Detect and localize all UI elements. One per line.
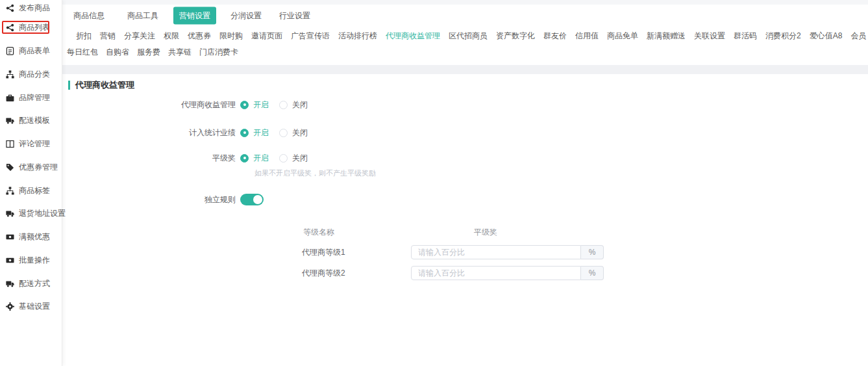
secondary-tab-8[interactable]: 广告宣传语 [291, 31, 330, 42]
radio-group: 开启关闭 [240, 153, 308, 164]
radio-option[interactable]: 关闭 [279, 153, 308, 164]
primary-tab-4[interactable]: 分润设置 [230, 10, 262, 21]
primary-tab-3[interactable]: 营销设置 [173, 7, 216, 25]
secondary-tab-17[interactable]: 关联设置 [694, 31, 725, 42]
field-label: 代理商收益管理 [106, 99, 236, 111]
secondary-tab-2[interactable]: 营销 [100, 31, 116, 42]
radio-option[interactable]: 开启 [240, 99, 269, 111]
sidebar-item-6[interactable]: 配送模板 [0, 109, 62, 133]
sidebar-item-10[interactable]: 退货地址设置 [0, 202, 62, 226]
sidebar-item-12[interactable]: 批量操作 [0, 249, 62, 272]
tertiary-tab-1[interactable]: 每日红包 [67, 47, 98, 58]
table-row: % [411, 266, 604, 280]
independent-rule-toggle[interactable] [240, 194, 264, 205]
secondary-tab-4[interactable]: 权限 [164, 31, 179, 42]
form-row-3: 平级奖开启关闭 [106, 151, 308, 165]
secondary-tab-21[interactable]: 会员 [850, 31, 866, 42]
sidebar-item-2[interactable]: 商品列表 [0, 16, 62, 40]
sidebar-item-label: 基础设置 [19, 301, 50, 312]
radio-label: 开启 [253, 153, 269, 164]
briefcase-icon [6, 94, 14, 102]
columns-icon [6, 140, 14, 148]
sidebar-item-13[interactable]: 配送方式 [0, 272, 62, 295]
toggle-knob-icon [253, 195, 262, 204]
sidebar-items: 发布商品商品列表商品表单商品分类品牌管理配送模板评论管理优惠券管理商品标签退货地… [0, 0, 62, 319]
coupon-icon [6, 233, 14, 241]
secondary-tab-14[interactable]: 信用值 [575, 31, 599, 42]
sidebar-item-label: 发布商品 [19, 3, 50, 14]
tertiary-tab-4[interactable]: 共享链 [168, 47, 192, 58]
main-area: 商品信息商品工具营销设置分润设置行业设置 折扣营销分享关注权限优惠券限时购邀请页… [62, 0, 868, 366]
gear-icon [6, 302, 14, 311]
secondary-tab-20[interactable]: 爱心值A8 [810, 31, 843, 42]
secondary-tab-11[interactable]: 区代招商员 [449, 31, 488, 42]
secondary-tab-13[interactable]: 群友价 [543, 31, 567, 42]
sidebar-item-label: 评论管理 [19, 138, 50, 150]
sidebar-item-7[interactable]: 评论管理 [0, 133, 62, 156]
field-label: 平级奖 [106, 153, 236, 164]
truck-icon [6, 280, 14, 288]
radio-dot-icon [279, 129, 288, 137]
table-row-label: 代理商等级1 [302, 247, 345, 258]
sidebar-item-4[interactable]: 商品分类 [0, 63, 62, 86]
sidebar-item-label: 满额优惠 [19, 231, 50, 242]
section-header: 代理商收益管理 [68, 79, 134, 91]
table-column-header-1: 等级名称 [303, 227, 334, 238]
secondary-tab-1[interactable]: 折扣 [76, 31, 92, 42]
table-row: % [411, 245, 604, 259]
secondary-tab-7[interactable]: 邀请页面 [251, 31, 282, 42]
sidebar: 发布商品商品列表商品表单商品分类品牌管理配送模板评论管理优惠券管理商品标签退货地… [0, 0, 62, 366]
sitemap-icon [6, 70, 14, 79]
radio-option[interactable]: 关闭 [279, 99, 308, 111]
table-column-header-2: 平级奖 [474, 227, 497, 238]
sidebar-item-label: 品牌管理 [19, 92, 50, 103]
sidebar-item-label: 商品列表 [19, 22, 50, 33]
sidebar-item-1[interactable]: 发布商品 [0, 0, 62, 16]
field-hint: 如果不开启平级奖，则不产生平级奖励 [254, 168, 376, 178]
radio-option[interactable]: 关闭 [279, 127, 308, 138]
tags-icon [6, 163, 14, 172]
radio-option[interactable]: 开启 [240, 153, 269, 164]
form-row-2: 计入统计业绩开启关闭 [106, 125, 308, 140]
tertiary-tab-5[interactable]: 门店消费卡 [199, 47, 238, 58]
radio-option[interactable]: 开启 [240, 127, 269, 138]
sidebar-item-8[interactable]: 优惠券管理 [0, 156, 62, 179]
share-icon [6, 23, 14, 32]
secondary-tab-16[interactable]: 新满额赠送 [647, 31, 686, 42]
primary-tab-2[interactable]: 商品工具 [127, 10, 158, 21]
secondary-tab-12[interactable]: 资产数字化 [496, 31, 535, 42]
secondary-tab-19[interactable]: 消费积分2 [765, 31, 801, 42]
secondary-tab-18[interactable]: 群活码 [734, 31, 757, 42]
secondary-tab-15[interactable]: 商品免单 [607, 31, 638, 42]
sidebar-item-9[interactable]: 商品标签 [0, 179, 62, 202]
secondary-tab-3[interactable]: 分享关注 [124, 31, 155, 42]
secondary-tab-10[interactable]: 代理商收益管理 [386, 31, 440, 42]
sidebar-item-14[interactable]: 基础设置 [0, 295, 62, 319]
sidebar-item-label: 配送方式 [19, 278, 50, 289]
sitemap-icon [6, 187, 14, 195]
tertiary-tab-bar: 每日红包自购省服务费共享链门店消费卡 [62, 44, 868, 60]
radio-group: 开启关闭 [240, 99, 308, 111]
percent-input[interactable] [411, 245, 581, 259]
secondary-tab-6[interactable]: 限时购 [219, 31, 243, 42]
sidebar-item-5[interactable]: 品牌管理 [0, 86, 62, 109]
radio-dot-icon [279, 101, 288, 109]
tertiary-tab-2[interactable]: 自购省 [106, 47, 129, 58]
percent-suffix: % [581, 266, 604, 280]
secondary-tab-9[interactable]: 活动排行榜 [338, 31, 377, 42]
radio-dot-icon [240, 101, 249, 109]
sidebar-item-11[interactable]: 满额优惠 [0, 226, 62, 249]
primary-tab-5[interactable]: 行业设置 [279, 10, 310, 21]
radio-dot-icon [279, 154, 288, 163]
form-row-1: 代理商收益管理开启关闭 [106, 98, 308, 112]
truck-icon [6, 116, 14, 125]
secondary-tab-5[interactable]: 优惠券 [188, 31, 211, 42]
tertiary-tab-3[interactable]: 服务费 [137, 47, 160, 58]
sidebar-item-label: 商品表单 [19, 46, 50, 57]
table-row-label: 代理商等级2 [302, 268, 345, 279]
section-title: 代理商收益管理 [75, 79, 134, 91]
percent-input[interactable] [411, 266, 581, 280]
primary-tab-1[interactable]: 商品信息 [73, 10, 105, 21]
sidebar-item-3[interactable]: 商品表单 [0, 40, 62, 63]
section-accent-bar [68, 81, 70, 90]
